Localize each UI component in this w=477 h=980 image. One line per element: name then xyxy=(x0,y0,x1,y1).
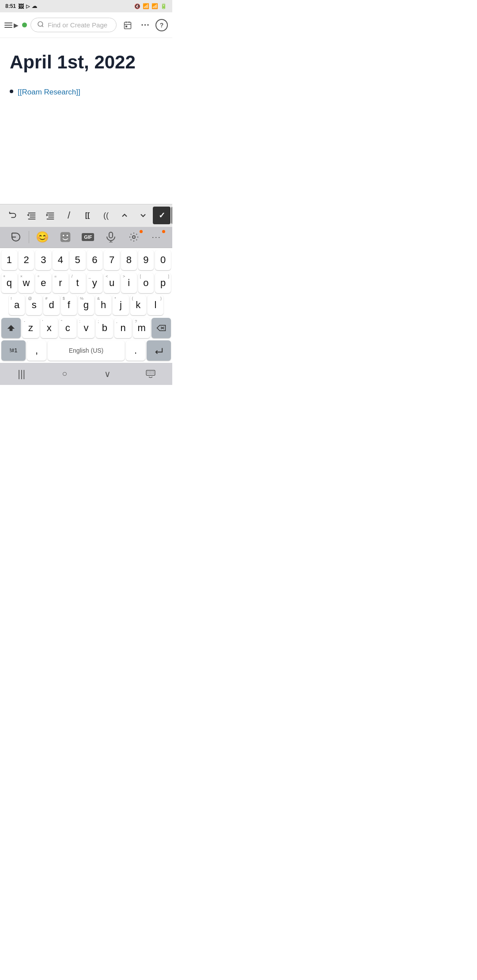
key-x[interactable]: 'x xyxy=(41,318,58,338)
bottom-row: !#1 , English (US) . xyxy=(0,339,172,363)
mute-icon: 🔇 xyxy=(134,4,140,9)
key-3[interactable]: 3 xyxy=(35,250,51,270)
period-key[interactable]: . xyxy=(126,340,145,361)
page-content: April 1st, 2022 [[Roam Research]] xyxy=(0,38,172,102)
key-a[interactable]: !a xyxy=(9,295,25,315)
checkbox-button[interactable]: ✓ xyxy=(153,207,170,224)
key-g[interactable]: %g xyxy=(78,295,94,315)
keyboard-more-key[interactable]: ··· xyxy=(147,229,166,245)
double-bracket-button[interactable]: [[ xyxy=(79,207,96,224)
key-o[interactable]: [o xyxy=(138,273,154,293)
shift-key[interactable] xyxy=(1,318,21,338)
status-left: 8:51 🖼 ▷ ☁ xyxy=(5,3,37,10)
svg-marker-24 xyxy=(8,325,15,331)
bullet-list: [[Roam Research]] xyxy=(10,87,163,98)
key-d[interactable]: #d xyxy=(43,295,59,315)
key-c[interactable]: "c xyxy=(59,318,76,338)
key-l[interactable]: )l xyxy=(148,295,163,315)
back-button[interactable]: ∨ xyxy=(86,363,129,385)
wiki-link[interactable]: [[Roam Research]] xyxy=(18,88,80,96)
battery-icon: 🔋 xyxy=(160,3,167,9)
status-bar: 8:51 🖼 ▷ ☁ 🔇 📶 📶 🔋 xyxy=(0,0,172,12)
keyboard-hide-button[interactable] xyxy=(129,363,173,385)
wifi-icon: 📶 xyxy=(143,3,149,9)
key-4[interactable]: 4 xyxy=(53,250,68,270)
key-h[interactable]: &h xyxy=(95,295,111,315)
keyboard-divider xyxy=(29,231,29,243)
slash-command-button[interactable]: / xyxy=(60,207,78,224)
more-dots-icon: ··· xyxy=(152,233,161,242)
keyboard-special-row: 😊 GIF ··· xyxy=(0,227,172,248)
key-m[interactable]: ?m xyxy=(133,318,150,338)
bottom-nav: ||| ○ ∨ xyxy=(0,363,172,385)
key-j[interactable]: *j xyxy=(113,295,129,315)
nav-forward-icon[interactable]: ▶ xyxy=(14,22,19,29)
key-k[interactable]: (k xyxy=(130,295,146,315)
svg-line-1 xyxy=(42,26,43,27)
move-down-button[interactable] xyxy=(134,207,152,224)
number-row: 1 2 3 4 5 6 7 8 9 0 xyxy=(0,248,172,271)
key-p[interactable]: ]p xyxy=(155,273,171,293)
menu-button[interactable]: ▶ xyxy=(4,22,19,29)
delete-key[interactable] xyxy=(151,318,171,338)
svg-point-19 xyxy=(66,235,68,236)
key-0[interactable]: 0 xyxy=(155,250,171,270)
symbols-key[interactable]: !#1 xyxy=(1,340,26,361)
key-1[interactable]: 1 xyxy=(1,250,17,270)
svg-rect-27 xyxy=(146,370,155,375)
key-i[interactable]: >i xyxy=(121,273,137,293)
space-key[interactable]: English (US) xyxy=(48,340,125,361)
key-w[interactable]: ×w xyxy=(19,273,34,293)
bullet-dot xyxy=(10,90,13,93)
key-v[interactable]: :v xyxy=(78,318,95,338)
keyboard-settings-key[interactable] xyxy=(124,229,144,245)
indent-button[interactable] xyxy=(42,207,59,224)
keyboard-emoji-key[interactable]: 😊 xyxy=(33,229,52,245)
key-t[interactable]: /t xyxy=(70,273,86,293)
home-button[interactable]: ○ xyxy=(43,363,87,385)
svg-rect-20 xyxy=(109,232,113,238)
key-6[interactable]: 6 xyxy=(87,250,103,270)
key-2[interactable]: 2 xyxy=(19,250,34,270)
recent-apps-button[interactable]: ||| xyxy=(0,363,43,385)
key-8[interactable]: 8 xyxy=(121,250,137,270)
key-e[interactable]: ÷e xyxy=(35,273,51,293)
online-status-dot xyxy=(22,23,27,27)
key-n[interactable]: ,n xyxy=(114,318,132,338)
key-b[interactable]: ;b xyxy=(96,318,113,338)
hamburger-icon[interactable] xyxy=(4,23,12,28)
outdent-button[interactable] xyxy=(23,207,41,224)
undo-button[interactable] xyxy=(4,207,22,224)
keyboard-gif-key[interactable]: GIF xyxy=(78,229,98,245)
asdf-row: !a @s #d $f %g &h *j (k )l xyxy=(0,294,172,316)
key-5[interactable]: 5 xyxy=(70,250,86,270)
key-s[interactable]: @s xyxy=(26,295,42,315)
status-time: 8:51 xyxy=(5,3,16,9)
enter-key[interactable] xyxy=(147,340,171,361)
key-f[interactable]: $f xyxy=(61,295,77,315)
svg-point-23 xyxy=(132,236,135,238)
keyboard-microphone-key[interactable] xyxy=(101,229,121,245)
key-7[interactable]: 7 xyxy=(104,250,120,270)
key-z[interactable]: -z xyxy=(22,318,39,338)
search-bar[interactable]: Find or Create Page xyxy=(30,18,117,32)
keyboard-sticker-key[interactable] xyxy=(56,229,75,245)
key-r[interactable]: =r xyxy=(53,273,68,293)
help-button[interactable]: ? xyxy=(155,19,168,31)
key-q[interactable]: +q xyxy=(1,273,17,293)
bullet-text[interactable]: [[Roam Research]] xyxy=(18,87,80,98)
settings-notification-dot xyxy=(140,230,143,233)
key-u[interactable]: <u xyxy=(104,273,120,293)
keyboard-history-key[interactable] xyxy=(6,229,26,245)
key-9[interactable]: 9 xyxy=(138,250,154,270)
double-paren-button[interactable]: (( xyxy=(97,207,115,224)
bullet-item[interactable]: [[Roam Research]] xyxy=(10,87,163,98)
key-y[interactable]: _y xyxy=(87,273,103,293)
image-insert-button[interactable] xyxy=(171,207,172,224)
comma-key[interactable]: , xyxy=(27,340,46,361)
move-up-button[interactable] xyxy=(116,207,133,224)
calendar-button[interactable] xyxy=(120,18,135,33)
signal-icon: 📶 xyxy=(151,3,158,9)
more-options-button[interactable]: ··· xyxy=(138,18,153,33)
qwerty-row: +q ×w ÷e =r /t _y <u >i [o ]p xyxy=(0,271,172,294)
